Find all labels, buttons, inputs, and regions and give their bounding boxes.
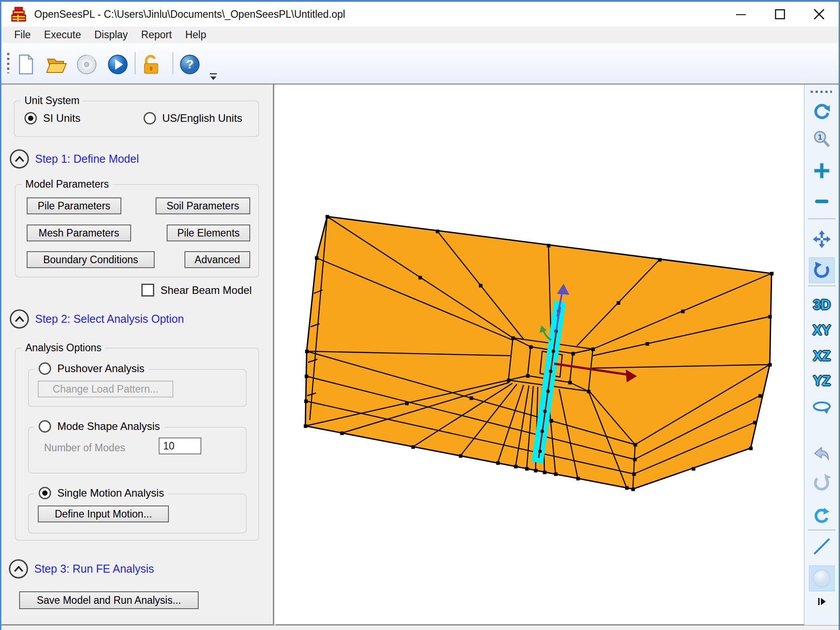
analysis-options-label: Analysis Options bbox=[22, 342, 105, 354]
toolbar-drag-handle[interactable] bbox=[7, 53, 9, 73]
pan-button[interactable] bbox=[809, 226, 835, 252]
fe-mesh-plot bbox=[276, 84, 804, 624]
menu-file[interactable]: File bbox=[8, 28, 37, 42]
collapse-chevron-icon[interactable] bbox=[9, 559, 28, 578]
single-motion-option[interactable]: Single Motion Analysis bbox=[34, 487, 168, 499]
us-units-option[interactable]: US/English Units bbox=[144, 112, 242, 124]
step3-title: Step 3: Run FE Analysis bbox=[34, 562, 154, 575]
zoom-in-button[interactable] bbox=[809, 158, 835, 184]
run-play-icon[interactable] bbox=[106, 53, 129, 76]
si-units-option[interactable]: SI Units bbox=[24, 112, 80, 124]
step1-title: Step 1: Define Model bbox=[35, 152, 139, 165]
step2-header[interactable]: Step 2: Select Analysis Option bbox=[10, 309, 184, 329]
close-icon bbox=[812, 8, 826, 21]
minimize-icon bbox=[735, 8, 747, 20]
app-window: OpenSeesPL - C:\Users\Jinlu\Documents\_O… bbox=[0, 0, 840, 630]
view-toolbar-drag-handle[interactable] bbox=[811, 91, 832, 93]
pushover-radio[interactable] bbox=[39, 362, 51, 375]
pile-parameters-button[interactable]: Pile Parameters bbox=[27, 197, 121, 214]
boundary-conditions-button[interactable]: Boundary Conditions bbox=[27, 251, 155, 268]
soil-parameters-button[interactable]: Soil Parameters bbox=[156, 197, 250, 214]
si-units-radio[interactable] bbox=[24, 112, 37, 124]
step1-header[interactable]: Step 1: Define Model bbox=[10, 149, 139, 169]
line-icon bbox=[812, 537, 832, 556]
redo-arrow-icon bbox=[812, 506, 832, 526]
shear-beam-option[interactable]: Shear Beam Model bbox=[141, 284, 252, 297]
rotate-ccw-icon bbox=[812, 261, 832, 280]
expand-icon bbox=[818, 598, 826, 605]
advanced-button[interactable]: Advanced bbox=[184, 251, 250, 268]
rotate-undo-icon bbox=[812, 473, 832, 493]
step2-title: Step 2: Select Analysis Option bbox=[35, 313, 184, 325]
control-panel: Unit System SI Units US/English Units St… bbox=[1, 84, 274, 625]
redraw-button[interactable] bbox=[809, 99, 835, 124]
us-units-radio[interactable] bbox=[144, 112, 156, 124]
plus-icon bbox=[812, 161, 832, 181]
minimize-button[interactable] bbox=[721, 2, 760, 27]
mode-shape-radio[interactable] bbox=[39, 420, 51, 433]
title-bar: OpenSeesPL - C:\Users\Jinlu\Documents\_O… bbox=[1, 2, 839, 27]
unit-system-label: Unit System bbox=[21, 95, 83, 107]
menu-bar: File Execute Display Report Help bbox=[1, 27, 839, 43]
rotate-button[interactable] bbox=[809, 257, 835, 283]
pushover-option[interactable]: Pushover Analysis bbox=[34, 362, 149, 375]
model-3d-view[interactable] bbox=[276, 84, 804, 625]
mode-shape-group: Mode Shape Analysis Number of Modes bbox=[28, 427, 247, 474]
svg-text:?: ? bbox=[186, 57, 193, 71]
menu-report[interactable]: Report bbox=[135, 28, 179, 42]
toolbar-separator bbox=[172, 52, 173, 74]
unlock-icon[interactable] bbox=[140, 53, 163, 76]
rotate-back-button[interactable] bbox=[809, 470, 835, 496]
menu-help[interactable]: Help bbox=[179, 28, 213, 42]
orbit-icon bbox=[812, 397, 832, 417]
view-xy-button[interactable]: XY bbox=[809, 317, 835, 343]
minus-icon bbox=[812, 192, 832, 211]
view-yz-button[interactable]: YZ bbox=[809, 368, 835, 394]
expand-toolbar-button[interactable] bbox=[809, 595, 835, 608]
view-toolbar-separator bbox=[808, 530, 836, 530]
view-3d-button[interactable]: 3D bbox=[809, 292, 835, 318]
step3-header[interactable]: Step 3: Run FE Analysis bbox=[9, 559, 154, 578]
draw-line-button[interactable] bbox=[809, 534, 835, 559]
new-file-icon[interactable] bbox=[14, 53, 37, 76]
collapse-chevron-icon[interactable] bbox=[10, 309, 29, 329]
undo-button[interactable] bbox=[809, 442, 835, 468]
mode-shape-option[interactable]: Mode Shape Analysis bbox=[34, 420, 164, 433]
help-icon[interactable]: ? bbox=[178, 53, 201, 76]
orbit-button[interactable] bbox=[809, 394, 835, 420]
mesh-parameters-button[interactable]: Mesh Parameters bbox=[27, 225, 131, 241]
number-of-modes-label: Number of Modes bbox=[44, 442, 125, 454]
change-load-pattern-button: Change Load Pattern... bbox=[38, 381, 173, 397]
menu-execute[interactable]: Execute bbox=[37, 28, 88, 42]
zoom-actual-button[interactable]: 1 bbox=[809, 127, 835, 152]
svg-text:1: 1 bbox=[818, 133, 822, 141]
maximize-button[interactable] bbox=[760, 2, 800, 27]
view-toolbar-separator bbox=[808, 218, 836, 219]
main-toolbar: ? bbox=[1, 43, 839, 84]
model-parameters-label: Model Parameters bbox=[22, 178, 112, 190]
pan-arrows-icon bbox=[812, 229, 832, 249]
close-button[interactable] bbox=[800, 2, 839, 27]
collapse-chevron-icon[interactable] bbox=[10, 149, 29, 169]
single-motion-group: Single Motion Analysis Define Input Moti… bbox=[28, 494, 247, 534]
toolbar-overflow-icon[interactable] bbox=[208, 72, 218, 81]
menu-display[interactable]: Display bbox=[88, 28, 134, 42]
maximize-icon bbox=[774, 8, 786, 20]
open-folder-icon[interactable] bbox=[45, 53, 68, 76]
pile-elements-button[interactable]: Pile Elements bbox=[167, 225, 250, 241]
single-motion-radio[interactable] bbox=[39, 487, 51, 499]
sphere-icon bbox=[811, 568, 832, 589]
undo-arrow-icon bbox=[812, 445, 832, 465]
zoom-out-button[interactable] bbox=[809, 189, 835, 214]
number-of-modes-input[interactable] bbox=[159, 437, 201, 454]
save-and-run-button[interactable]: Save Model and Run Analysis... bbox=[19, 591, 199, 609]
disc-icon[interactable] bbox=[75, 53, 98, 76]
redo-button[interactable] bbox=[809, 503, 835, 529]
analysis-options-group: Analysis Options Pushover Analysis Chang… bbox=[15, 348, 259, 541]
refresh-icon bbox=[812, 102, 832, 121]
sphere-tool-button[interactable] bbox=[809, 566, 835, 591]
shear-beam-checkbox[interactable] bbox=[141, 284, 154, 297]
status-strip bbox=[1, 625, 839, 630]
view-xz-button[interactable]: XZ bbox=[809, 343, 835, 369]
define-input-motion-button[interactable]: Define Input Motion... bbox=[38, 506, 169, 522]
